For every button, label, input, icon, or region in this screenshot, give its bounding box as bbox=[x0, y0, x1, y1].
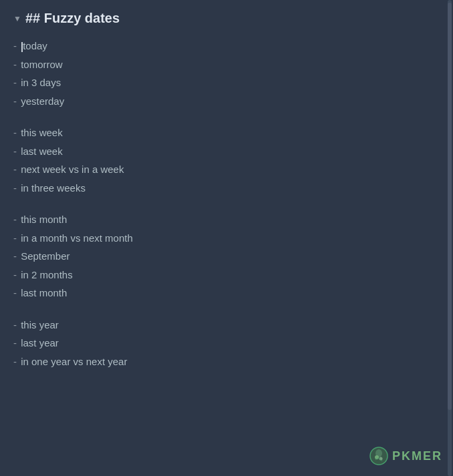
list-dash: - bbox=[13, 356, 19, 367]
logo-area: PKMER bbox=[369, 447, 442, 465]
title-row: ▼ ## Fuzzy dates bbox=[13, 11, 428, 26]
list-item: - in 2 months bbox=[13, 266, 428, 284]
list-item: - in a month vs next month bbox=[13, 229, 428, 248]
list-item: - this week bbox=[13, 124, 428, 142]
list-dash: - bbox=[13, 95, 19, 107]
list-item-text: in 2 months bbox=[21, 269, 73, 280]
list-item: - tomorrow bbox=[13, 55, 428, 74]
list-dash: - bbox=[13, 250, 19, 262]
list-item: - this year bbox=[13, 316, 428, 334]
list-dash: - bbox=[13, 77, 19, 88]
list-item-text: next week vs in a week bbox=[21, 164, 124, 175]
text-cursor bbox=[21, 42, 23, 52]
list-item-text: in a month vs next month bbox=[21, 232, 133, 244]
list-dash: - bbox=[13, 146, 19, 157]
list-item: - this month bbox=[13, 210, 428, 229]
list-item: - in three weeks bbox=[13, 179, 428, 198]
list-dash: - bbox=[13, 40, 19, 51]
list-dash: - bbox=[13, 319, 19, 330]
list-item: - in one year vs next year bbox=[13, 352, 428, 371]
list-dash: - bbox=[13, 214, 19, 225]
list-item: - last month bbox=[13, 284, 428, 302]
list-item-text: last week bbox=[21, 146, 63, 157]
list-item-text: September bbox=[21, 250, 69, 262]
list-item: - last year bbox=[13, 334, 428, 352]
list-item: - today bbox=[13, 37, 428, 55]
list-group-weeks: - this week- last week- next week vs in … bbox=[13, 124, 428, 197]
list-item: - last week bbox=[13, 142, 428, 161]
list-item-text: this month bbox=[21, 214, 67, 225]
list-item: - in 3 days bbox=[13, 73, 428, 92]
list-dash: - bbox=[13, 232, 19, 244]
pkmer-logo-icon bbox=[369, 447, 388, 465]
list-item-text: yesterday bbox=[21, 95, 64, 107]
list-dash: - bbox=[13, 127, 19, 138]
pkmer-logo-text: PKMER bbox=[392, 449, 442, 463]
list-group-months: - this month- in a month vs next month- … bbox=[13, 210, 428, 302]
list-item: - next week vs in a week bbox=[13, 160, 428, 179]
list-item-text: this year bbox=[21, 319, 59, 330]
list-item-text: this week bbox=[21, 127, 63, 138]
list-item-text: in three weeks bbox=[21, 182, 86, 194]
list-item-text: in 3 days bbox=[21, 77, 61, 88]
scrollbar-thumb[interactable] bbox=[448, 3, 452, 410]
page-title: ## Fuzzy dates bbox=[25, 11, 120, 26]
main-content: ▼ ## Fuzzy dates - today- tomorrow- in 3… bbox=[0, 0, 441, 395]
list-item-text: in one year vs next year bbox=[21, 356, 127, 367]
list-item-text: last month bbox=[21, 287, 67, 298]
list-dash: - bbox=[13, 182, 19, 194]
list-item-text: tomorrow bbox=[21, 59, 63, 70]
list-dash: - bbox=[13, 269, 19, 280]
collapse-arrow[interactable]: ▼ bbox=[13, 14, 21, 23]
list-item: - September bbox=[13, 247, 428, 266]
list-dash: - bbox=[13, 59, 19, 70]
list-group-years: - this year- last year- in one year vs n… bbox=[13, 316, 428, 371]
fuzzy-dates-list: - today- tomorrow- in 3 days- yesterday-… bbox=[13, 37, 428, 371]
list-dash: - bbox=[13, 287, 19, 298]
list-item-text: today bbox=[21, 40, 47, 51]
list-dash: - bbox=[13, 164, 19, 175]
list-item-text: last year bbox=[21, 337, 59, 348]
scrollbar[interactable] bbox=[448, 0, 452, 476]
list-item: - yesterday bbox=[13, 92, 428, 111]
list-dash: - bbox=[13, 337, 19, 348]
list-group-days: - today- tomorrow- in 3 days- yesterday bbox=[13, 37, 428, 110]
